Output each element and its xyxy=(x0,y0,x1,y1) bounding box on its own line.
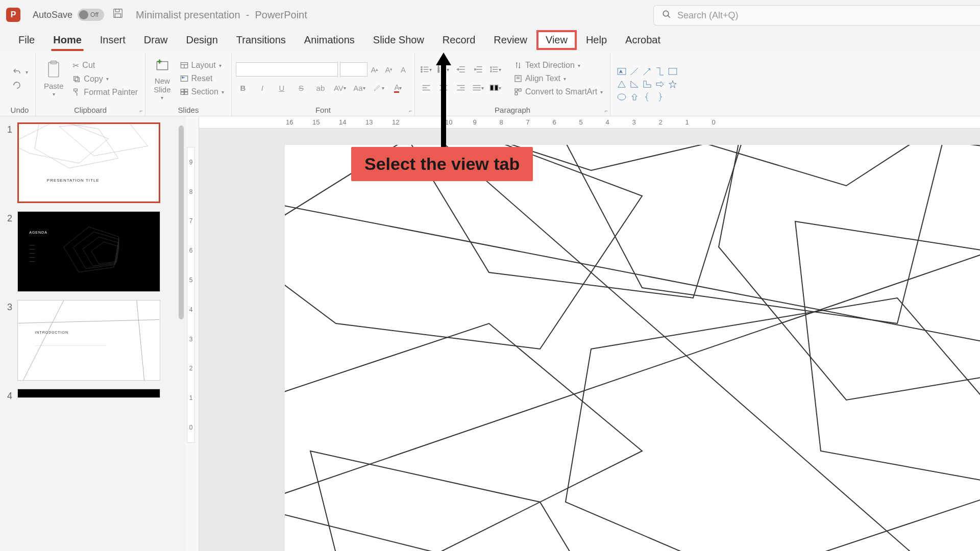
format-painter-button[interactable]: Format Painter xyxy=(69,86,141,98)
change-case-button[interactable]: Aa▾ xyxy=(352,81,366,95)
font-color-button[interactable]: A▾ xyxy=(391,81,405,95)
tab-review[interactable]: Review xyxy=(484,30,536,50)
undo-button[interactable]: ▾ xyxy=(8,66,31,78)
clear-formatting-button[interactable]: A xyxy=(396,62,410,77)
paragraph-dialog-launcher[interactable]: ⌐ xyxy=(605,108,608,114)
tab-slide-show[interactable]: Slide Show xyxy=(364,30,433,50)
arrow-up-shape-icon[interactable] xyxy=(629,92,640,102)
oval-shape-icon[interactable] xyxy=(617,92,627,102)
text-direction-button[interactable]: Text Direction ▾ xyxy=(511,59,606,71)
slide-thumbnail-panel[interactable]: 1 PRESENTATION TITLE 2 AGENDA ──────────… xyxy=(0,116,186,551)
line-spacing-button[interactable]: ▾ xyxy=(488,62,503,77)
scissors-icon: ✂ xyxy=(72,61,79,70)
tab-design[interactable]: Design xyxy=(177,30,227,50)
slide-thumb[interactable]: INTRODUCTION ──── ──── ──── ──── ──── ──… xyxy=(17,300,160,381)
tab-view[interactable]: View xyxy=(536,30,577,50)
font-size-input[interactable] xyxy=(340,62,368,77)
tab-acrobat[interactable]: Acrobat xyxy=(616,30,670,50)
slide-number: 2 xyxy=(4,211,12,292)
ribbon-group-slides: NewSlide ▾ Layout ▾ Reset Section ▾ xyxy=(145,53,232,116)
slide-number: 3 xyxy=(4,300,12,381)
section-button[interactable]: Section ▾ xyxy=(177,86,227,98)
redo-button[interactable] xyxy=(8,79,31,91)
font-dialog-launcher[interactable]: ⌐ xyxy=(409,108,412,114)
slide-thumb[interactable]: PRESENTATION TITLE xyxy=(17,122,160,203)
chevron-down-icon: ▾ xyxy=(53,91,55,97)
tab-file[interactable]: File xyxy=(9,30,44,50)
slide-panel-scrollbar[interactable] xyxy=(178,119,185,334)
decrease-font-button[interactable]: A▾ xyxy=(382,62,396,77)
increase-indent-button[interactable] xyxy=(471,62,485,77)
slide-number: 4 xyxy=(4,389,12,402)
shadow-button[interactable]: ab xyxy=(313,81,328,95)
strikethrough-button[interactable]: S xyxy=(294,81,308,95)
brace-left-shape-icon[interactable] xyxy=(642,92,652,102)
line-arrow-shape-icon[interactable] xyxy=(642,66,652,77)
reset-button[interactable]: Reset xyxy=(177,72,227,85)
align-text-button[interactable]: Align Text ▾ xyxy=(511,72,606,85)
svg-point-25 xyxy=(421,71,422,72)
slide-thumbnail-3[interactable]: 3 INTRODUCTION ──── ──── ──── ──── ──── … xyxy=(4,300,182,381)
slide-canvas[interactable] xyxy=(285,145,980,551)
slide-thumb[interactable] xyxy=(17,389,160,398)
line-shape-icon[interactable] xyxy=(629,66,640,77)
copy-button[interactable]: Copy ▾ xyxy=(69,73,141,85)
slide-thumbnail-2[interactable]: 2 AGENDA ──────────────────── xyxy=(4,211,182,292)
increase-font-button[interactable]: A▴ xyxy=(368,62,382,77)
search-box[interactable]: Search (Alt+Q) xyxy=(653,5,980,26)
tab-draw[interactable]: Draw xyxy=(135,30,177,50)
tab-animations[interactable]: Animations xyxy=(295,30,364,50)
character-spacing-button[interactable]: AV▾ xyxy=(333,81,347,95)
rectangle-shape-icon[interactable] xyxy=(668,66,678,77)
slide-thumbnail-1[interactable]: 1 PRESENTATION TITLE xyxy=(4,122,182,203)
new-slide-button[interactable]: NewSlide ▾ xyxy=(150,55,175,103)
paste-button[interactable]: Paste ▾ xyxy=(40,58,67,99)
svg-line-71 xyxy=(285,196,980,374)
group-label-undo: Undo xyxy=(8,104,31,116)
brace-right-shape-icon[interactable] xyxy=(655,92,665,102)
chevron-down-icon: ▾ xyxy=(600,89,603,95)
svg-point-67 xyxy=(618,93,626,99)
scrollbar-thumb[interactable] xyxy=(179,126,184,319)
justify-button[interactable]: ▾ xyxy=(471,81,485,95)
clipboard-dialog-launcher[interactable]: ⌐ xyxy=(140,108,143,114)
slide-thumb[interactable]: AGENDA ──────────────────── xyxy=(17,211,160,292)
layout-button[interactable]: Layout ▾ xyxy=(177,59,227,71)
search-icon xyxy=(662,10,671,21)
svg-rect-1 xyxy=(115,9,119,12)
chevron-down-icon: ▾ xyxy=(222,89,224,95)
ribbon-group-font: A▴ A▾ A B I U S ab AV▾ Aa▾ ▾ A▾ xyxy=(232,53,415,116)
tab-transitions[interactable]: Transitions xyxy=(227,30,295,50)
underline-button[interactable]: U xyxy=(275,81,289,95)
shapes-gallery[interactable]: A xyxy=(615,64,681,105)
slide-body-text: ──── ──── ──── ──── ──── ──── ──── ──── … xyxy=(35,344,117,346)
toggle-switch[interactable]: Off xyxy=(78,9,104,21)
ribbon-group-clipboard: Paste ▾ ✂ Cut Copy ▾ Format Painter xyxy=(36,53,145,116)
slide-title-text: AGENDA xyxy=(29,231,47,234)
cut-button[interactable]: ✂ Cut xyxy=(69,59,141,72)
font-family-input[interactable] xyxy=(236,62,338,77)
highlight-button[interactable]: ▾ xyxy=(372,81,386,95)
right-angle-shape-icon[interactable] xyxy=(629,79,640,89)
save-icon[interactable] xyxy=(112,8,124,22)
arrow-right-shape-icon[interactable] xyxy=(655,79,665,89)
slide-thumbnail-4[interactable]: 4 xyxy=(4,389,182,402)
svg-rect-16 xyxy=(181,76,187,82)
tab-record[interactable]: Record xyxy=(433,30,484,50)
autosave-toggle[interactable]: AutoSave Off xyxy=(33,9,104,21)
convert-smartart-button[interactable]: Convert to SmartArt ▾ xyxy=(511,86,606,98)
triangle-shape-icon[interactable] xyxy=(617,79,627,89)
italic-button[interactable]: I xyxy=(255,81,270,95)
slide-canvas-area[interactable]: 16 15 14 13 12 10 9 8 7 6 5 4 3 2 1 0 xyxy=(199,116,980,551)
tab-insert[interactable]: Insert xyxy=(91,30,135,50)
star-shape-icon[interactable] xyxy=(668,79,678,89)
svg-point-3 xyxy=(663,11,669,16)
bold-button[interactable]: B xyxy=(236,81,250,95)
textbox-shape-icon[interactable]: A xyxy=(617,66,627,77)
tab-home[interactable]: Home xyxy=(44,30,91,50)
l-shape-icon[interactable] xyxy=(642,79,652,89)
connector-shape-icon[interactable] xyxy=(655,66,665,77)
columns-button[interactable]: ▾ xyxy=(488,81,503,95)
tab-help[interactable]: Help xyxy=(577,30,616,50)
svg-rect-54 xyxy=(491,85,494,91)
